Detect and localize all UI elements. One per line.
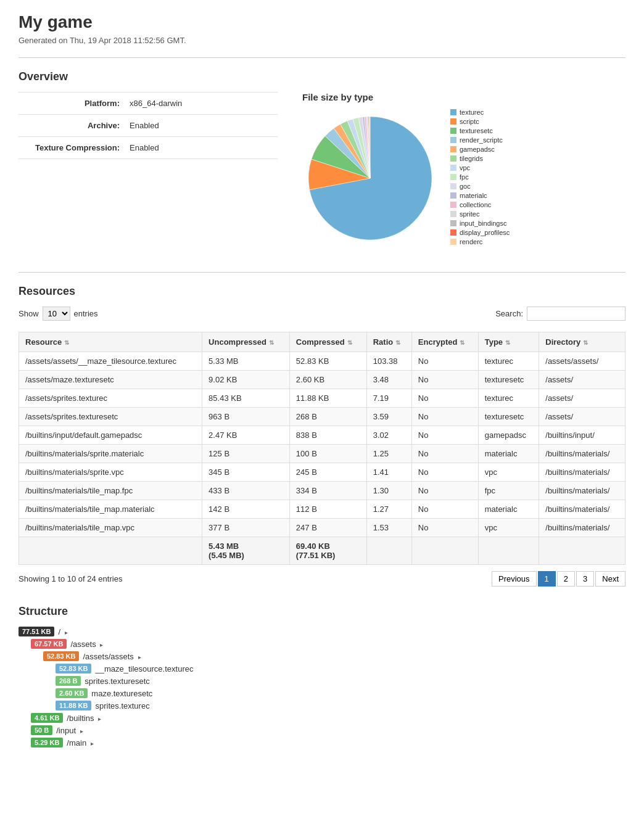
legend-dot-7 — [450, 174, 456, 180]
chart-title: File size by type — [302, 92, 625, 102]
pagination-next[interactable]: Next — [595, 571, 625, 587]
struct-item-0: 77.51 KB/ ▸ — [19, 627, 625, 636]
legend-item-14: renderc — [450, 238, 510, 245]
table-header-row: Resource⇅Uncompressed⇅Compressed⇅Ratio⇅E… — [19, 332, 625, 352]
legend-item-1: scriptc — [450, 118, 510, 125]
legend-dot-10 — [450, 202, 456, 208]
legend-item-10: collectionc — [450, 201, 510, 208]
totals-empty1 — [19, 537, 202, 565]
legend-label-10: collectionc — [460, 201, 491, 208]
structure-tree: 77.51 KB/ ▸67.57 KB/assets ▸52.83 KB/ass… — [19, 627, 625, 747]
structure-heading: Structure — [19, 605, 625, 618]
legend-label-1: scriptc — [460, 118, 479, 125]
sort-icon-3: ⇅ — [395, 339, 400, 346]
overview-section: Overview Platform:x86_64-darwinArchive:E… — [19, 70, 625, 247]
cell-6-2: 245 B — [289, 463, 366, 482]
col-header-directory[interactable]: Directory⇅ — [539, 332, 625, 352]
col-header-encrypted[interactable]: Encrypted⇅ — [411, 332, 478, 352]
struct-label-8: /input ▸ — [56, 726, 83, 735]
cell-0-2: 52.83 KB — [289, 352, 366, 371]
col-header-uncompressed[interactable]: Uncompressed⇅ — [202, 332, 290, 352]
cell-5-2: 100 B — [289, 445, 366, 463]
legend-dot-6 — [450, 165, 456, 171]
cell-6-4: No — [411, 463, 478, 482]
legend-dot-14 — [450, 239, 456, 245]
struct-item-2: 52.83 KB/assets/assets ▸ — [43, 651, 625, 661]
cell-5-6: /builtins/materials/ — [539, 445, 625, 463]
cell-6-6: /builtins/materials/ — [539, 463, 625, 482]
struct-item-7: 4.61 KB/builtins ▸ — [31, 713, 625, 723]
entries-select[interactable]: 10 25 50 — [43, 307, 70, 321]
cell-2-0: /assets/sprites.texturec — [19, 389, 202, 408]
struct-label-3: __maze_tilesource.texturec — [95, 664, 193, 673]
legend-dot-5 — [450, 155, 456, 162]
struct-bar-6: 11.88 KB — [56, 701, 91, 710]
cell-3-5: texturesetc — [478, 408, 539, 426]
table-row: /builtins/materials/sprite.materialc125 … — [19, 445, 625, 463]
table-foot: 5.43 MB(5.45 MB) 69.40 KB(77.51 KB) — [19, 537, 625, 565]
cell-7-1: 433 B — [202, 482, 290, 500]
struct-bar-7: 4.61 KB — [31, 713, 63, 723]
cell-5-4: No — [411, 445, 478, 463]
cell-3-1: 963 B — [202, 408, 290, 426]
cell-4-5: gamepadsc — [478, 426, 539, 445]
col-header-compressed[interactable]: Compressed⇅ — [289, 332, 366, 352]
totals-empty3 — [411, 537, 478, 565]
struct-item-1: 67.57 KB/assets ▸ — [31, 639, 625, 649]
struct-label-1: /assets ▸ — [70, 640, 103, 649]
struct-item-8: 50 B/input ▸ — [31, 725, 625, 735]
cell-0-1: 5.33 MB — [202, 352, 290, 371]
cell-2-6: /assets/ — [539, 389, 625, 408]
cell-5-1: 125 B — [202, 445, 290, 463]
legend-item-4: gamepadsc — [450, 146, 510, 153]
legend-label-11: spritec — [460, 210, 479, 218]
overview-chart: File size by type texturecscriptctexture… — [302, 92, 625, 247]
info-value-2: Enabled — [130, 143, 159, 152]
cell-1-5: texturesetc — [478, 371, 539, 389]
cell-1-2: 2.60 KB — [289, 371, 366, 389]
table-row: /builtins/materials/tile_map.vpc377 B247… — [19, 519, 625, 537]
struct-bar-0: 77.51 KB — [19, 627, 54, 636]
cell-6-5: vpc — [478, 463, 539, 482]
legend-label-6: vpc — [460, 164, 470, 171]
legend-item-13: display_profilesc — [450, 229, 510, 236]
totals-compressed: 69.40 KB(77.51 KB) — [289, 537, 366, 565]
legend-item-3: render_scriptc — [450, 136, 510, 144]
struct-arrow-9: ▸ — [89, 740, 94, 747]
legend-item-5: tilegrids — [450, 155, 510, 162]
col-header-type[interactable]: Type⇅ — [478, 332, 539, 352]
pagination-previous[interactable]: Previous — [492, 571, 537, 587]
struct-bar-4: 268 B — [56, 676, 81, 686]
cell-3-2: 268 B — [289, 408, 366, 426]
pagination-page-2[interactable]: 2 — [557, 571, 575, 587]
table-row: /builtins/input/default.gamepadsc2.47 KB… — [19, 426, 625, 445]
cell-0-4: No — [411, 352, 478, 371]
col-header-resource[interactable]: Resource⇅ — [19, 332, 202, 352]
totals-empty2 — [366, 537, 411, 565]
col-header-ratio[interactable]: Ratio⇅ — [366, 332, 411, 352]
legend-label-4: gamepadsc — [460, 146, 495, 153]
cell-0-5: texturec — [478, 352, 539, 371]
cell-1-0: /assets/maze.texturesetc — [19, 371, 202, 389]
legend-item-0: texturec — [450, 109, 510, 116]
cell-2-1: 85.43 KB — [202, 389, 290, 408]
info-row-0: Platform:x86_64-darwin — [19, 92, 278, 114]
cell-8-0: /builtins/materials/tile_map.materialc — [19, 500, 202, 519]
cell-5-3: 1.25 — [366, 445, 411, 463]
info-label-0: Platform: — [19, 99, 130, 108]
cell-8-4: No — [411, 500, 478, 519]
pagination-page-1[interactable]: 1 — [538, 571, 556, 587]
cell-3-6: /assets/ — [539, 408, 625, 426]
pagination-page-3[interactable]: 3 — [576, 571, 594, 587]
cell-8-1: 142 B — [202, 500, 290, 519]
cell-0-6: /assets/assets/ — [539, 352, 625, 371]
structure-section: Structure 77.51 KB/ ▸67.57 KB/assets ▸52… — [19, 605, 625, 747]
legend-dot-1 — [450, 118, 456, 125]
search-input[interactable] — [527, 307, 625, 321]
table-row: /builtins/materials/tile_map.materialc14… — [19, 500, 625, 519]
struct-label-7: /builtins ▸ — [67, 714, 101, 723]
cell-8-6: /builtins/materials/ — [539, 500, 625, 519]
info-value-1: Enabled — [130, 121, 159, 130]
legend-dot-13 — [450, 229, 456, 236]
cell-2-5: texturec — [478, 389, 539, 408]
